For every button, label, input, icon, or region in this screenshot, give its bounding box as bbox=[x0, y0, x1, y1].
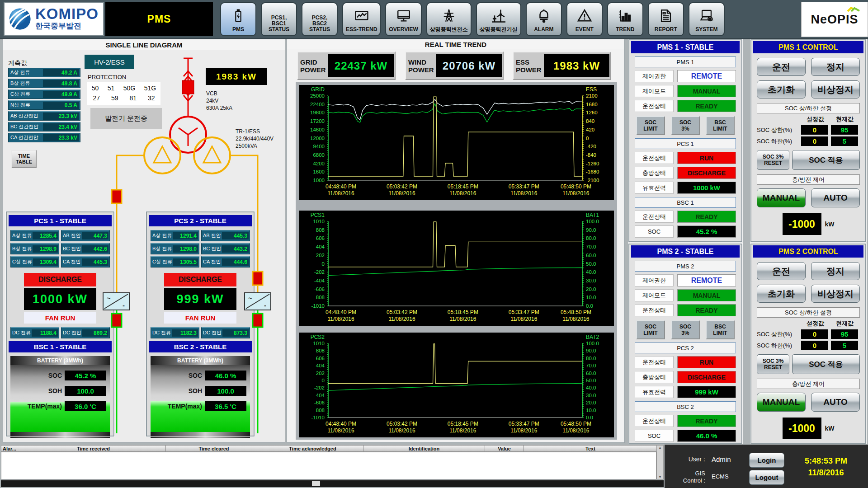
clock-date: 11/8/2016 bbox=[797, 468, 855, 478]
vcb-breaker[interactable] bbox=[182, 80, 194, 94]
pcs-measurement: DC 전류1182.3 bbox=[151, 327, 199, 338]
manual-mode-button[interactable]: MANUAL bbox=[757, 393, 806, 412]
grid-power-label: GRID POWER bbox=[299, 58, 328, 74]
initialize-button[interactable]: 초기화 bbox=[757, 285, 806, 303]
wind-power-value: 20706 kW bbox=[436, 54, 502, 77]
grid-ess-chart-svg: GRIDESS250002240019800172001460012000940… bbox=[299, 85, 614, 200]
soc-upper-label: SOC 상한(%) bbox=[757, 330, 798, 338]
soc-apply-button[interactable]: SOC 적용 bbox=[792, 150, 860, 170]
soc-lower-setpoint[interactable]: 0 bbox=[801, 341, 828, 350]
svg-text:11/08/2016: 11/08/2016 bbox=[328, 427, 354, 434]
svg-text:05:18:45 PM: 05:18:45 PM bbox=[448, 183, 478, 190]
soc-apply-button[interactable]: SOC 적용 bbox=[792, 354, 860, 374]
alarm-vertical-scrollbar[interactable]: ▲▼ bbox=[656, 445, 664, 479]
pcs-measurement: AB 전압447.3 bbox=[61, 230, 110, 241]
nav-button-pcs2-[interactable]: PCS2, BSC2 STATUS bbox=[302, 2, 338, 36]
login-button[interactable]: Login bbox=[749, 453, 784, 468]
pcs-measurement: B상 전류1298.0 bbox=[151, 243, 199, 254]
initialize-button[interactable]: 초기화 bbox=[757, 80, 806, 99]
nav-button-event[interactable]: EVENT bbox=[566, 2, 603, 36]
soc-limit-button[interactable]: SOC 3% bbox=[671, 116, 700, 135]
svg-text:70.0: 70.0 bbox=[586, 244, 596, 249]
svg-text:PCS2: PCS2 bbox=[311, 334, 325, 340]
soc-3pct-reset-button[interactable]: SOC 3% RESET bbox=[757, 354, 789, 374]
nav-button-상명풍력변전소[interactable]: 상명풍력변전소 bbox=[426, 2, 472, 36]
pcs-measurement: B상 전류1298.9 bbox=[10, 243, 59, 254]
power-setpoint-value[interactable]: -1000 bbox=[783, 418, 821, 439]
soc-limit-button[interactable]: SOC LIMIT bbox=[636, 116, 665, 135]
svg-text:1010: 1010 bbox=[313, 219, 325, 224]
alarm-column-time-received[interactable]: Time received bbox=[21, 445, 166, 452]
alarm-column-time-acknowledged[interactable]: Time acknowledged bbox=[262, 445, 363, 452]
run-button[interactable]: 운전 bbox=[757, 262, 806, 280]
pms-status-header: PMS 1 - STABLE bbox=[631, 41, 740, 53]
alarm-column-alar-[interactable]: Alar... bbox=[1, 445, 21, 452]
feeder-power-value: 1983 kW bbox=[206, 68, 267, 85]
status-value: REMOTE bbox=[677, 70, 736, 82]
power-setpoint-value[interactable]: -1000 bbox=[783, 213, 821, 235]
neopis-text: NeOPIS bbox=[811, 13, 858, 27]
emergency-stop-button[interactable]: 비상정지 bbox=[811, 285, 860, 303]
measurement-value: 23.3 kV bbox=[43, 113, 79, 120]
stop-button[interactable]: 정지 bbox=[811, 58, 860, 76]
nav-button-system[interactable]: SYSTEM bbox=[689, 2, 725, 36]
emergency-stop-button[interactable]: 비상정지 bbox=[811, 80, 860, 99]
status-label: 운전상태 bbox=[635, 304, 674, 316]
alarm-column-identification[interactable]: Identification bbox=[363, 445, 485, 452]
status-label: 운전상태 bbox=[635, 152, 674, 164]
soc-limit-button[interactable]: BSC LIMIT bbox=[706, 116, 735, 135]
alarm-column-time-cleared[interactable]: Time cleared bbox=[166, 445, 262, 452]
soc-upper-setpoint[interactable]: 0 bbox=[801, 125, 828, 135]
status-value: 999 kW bbox=[677, 386, 736, 398]
charge-mode-status: DISCHARGE bbox=[24, 273, 96, 286]
page-title-box: PMS bbox=[105, 2, 213, 36]
time-table-button[interactable]: TIME TABLE bbox=[11, 150, 37, 168]
svg-text:808: 808 bbox=[316, 227, 325, 233]
nav-button-상명풍력전기실[interactable]: 상명풍력전기실 bbox=[476, 2, 521, 36]
alarm-column-value[interactable]: Value bbox=[485, 445, 524, 452]
pcs-measurement: C상 전류1309.4 bbox=[10, 256, 59, 267]
alarm-list[interactable] bbox=[1, 452, 656, 479]
nav-button-report[interactable]: REPORT bbox=[648, 2, 684, 36]
protection-relay-code: 59 bbox=[111, 94, 118, 102]
svg-text:202: 202 bbox=[316, 253, 325, 258]
stop-button[interactable]: 정지 bbox=[811, 262, 860, 280]
run-button[interactable]: 운전 bbox=[757, 58, 806, 76]
soc-limit-button[interactable]: SOC LIMIT bbox=[636, 320, 665, 339]
nav-button-pms[interactable]: PMS bbox=[220, 2, 256, 36]
status-label: 제어모드 bbox=[635, 289, 674, 301]
charge-control-section-title: 충/방전 제어 bbox=[757, 379, 860, 389]
alarm-horizontal-scrollbar[interactable] bbox=[1, 480, 664, 487]
nav-button-pcs1-[interactable]: PCS1, BSC1 STATUS bbox=[261, 2, 297, 36]
soc-upper-setpoint[interactable]: 0 bbox=[801, 329, 828, 339]
nav-button-trend[interactable]: TREND bbox=[607, 2, 643, 36]
measurement-label: C상 전류 bbox=[9, 91, 43, 98]
pcs-active-power: 999 kW bbox=[164, 288, 236, 310]
pcs1-ac-breaker[interactable] bbox=[112, 190, 122, 203]
manual-mode-button[interactable]: MANUAL bbox=[757, 188, 806, 207]
series-wind bbox=[328, 99, 582, 120]
nav-button-ess-trend[interactable]: ESS-TREND bbox=[342, 2, 381, 36]
pcs-measurement: C상 전류1305.5 bbox=[151, 256, 199, 267]
logo-subtitle: 한국중부발전 bbox=[35, 21, 99, 31]
logout-button[interactable]: Logout bbox=[749, 470, 784, 485]
protection-relay-code: 81 bbox=[129, 94, 137, 102]
logo-brand: KOMIPO bbox=[35, 7, 99, 21]
pcs-measurements: A상 전류1291.4AB 전압445.3B상 전류1298.0BC 전압443… bbox=[151, 230, 250, 267]
svg-text:2100: 2100 bbox=[586, 93, 598, 99]
soc-limit-button[interactable]: SOC 3% bbox=[671, 320, 700, 339]
scrollbar-thumb[interactable] bbox=[312, 481, 320, 486]
auto-mode-button[interactable]: AUTO bbox=[811, 188, 860, 207]
measurement-value: 49.2 A bbox=[43, 69, 79, 76]
soc-3pct-reset-button[interactable]: SOC 3% RESET bbox=[757, 150, 789, 170]
soc-limit-button[interactable]: BSC LIMIT bbox=[706, 320, 735, 339]
nav-button-overview[interactable]: OVERVIEW bbox=[385, 2, 421, 36]
alarm-column-text[interactable]: Text bbox=[524, 445, 657, 452]
pcs-measurement: BC 전압442.6 bbox=[61, 243, 110, 254]
pcs2-bat2-chart-svg: PCS2BAT210108086064042020-202-404-606-80… bbox=[299, 333, 614, 437]
svg-text:-1680: -1680 bbox=[586, 169, 599, 174]
nav-button-alarm[interactable]: ALARM bbox=[526, 2, 562, 36]
soc-lower-setpoint[interactable]: 0 bbox=[801, 136, 828, 146]
auto-mode-button[interactable]: AUTO bbox=[811, 393, 860, 412]
pcs-measurements: A상 전류1285.4AB 전압447.3B상 전류1298.9BC 전압442… bbox=[10, 230, 110, 267]
